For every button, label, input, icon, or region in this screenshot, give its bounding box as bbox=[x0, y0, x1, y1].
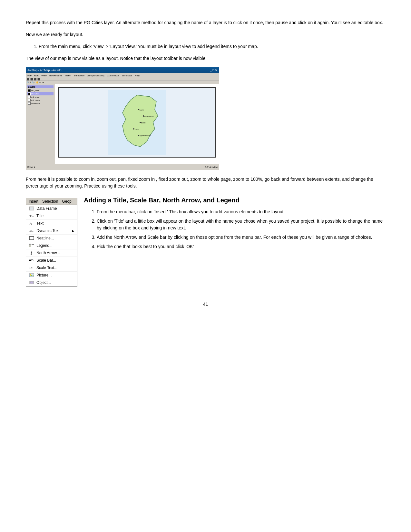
dynamic-text-label: Dynamic Text bbox=[36, 228, 60, 233]
header-tab-selection[interactable]: Selection bbox=[42, 199, 58, 204]
north-arrow-icon: N bbox=[29, 251, 34, 255]
object-label: Object... bbox=[36, 280, 51, 285]
dynamic-text-icon: Abc bbox=[29, 228, 34, 233]
svg-text:Upper Marlboro: Upper Marlboro bbox=[140, 135, 151, 137]
neatline-label: Neatline... bbox=[36, 236, 54, 240]
insert-data-frame[interactable]: Data Frame bbox=[26, 205, 77, 212]
text-label: Text bbox=[36, 221, 44, 226]
layout-step-1: From the main menu, click 'View' > 'Layo… bbox=[39, 43, 385, 50]
scale-text-icon: 1:n bbox=[29, 266, 34, 270]
insert-neatline[interactable]: Neatline... bbox=[26, 235, 77, 242]
insert-picture[interactable]: Picture... bbox=[26, 272, 77, 279]
layout-steps-list: From the main menu, click 'View' > 'Layo… bbox=[39, 43, 385, 50]
svg-text:Bowie: Bowie bbox=[141, 122, 146, 124]
layer-pg-cities: PG Cities bbox=[27, 92, 54, 95]
insert-text[interactable]: A Text bbox=[26, 220, 77, 227]
insert-step-4: Pick the one that looks best to you and … bbox=[97, 243, 385, 250]
submenu-arrow-icon: ▶ bbox=[72, 229, 74, 233]
insert-north-arrow[interactable]: N North Arrow... bbox=[26, 249, 77, 257]
svg-point-6 bbox=[140, 122, 141, 123]
legend-label: Legend... bbox=[36, 243, 53, 248]
insert-menu-panel: Insert Selection Geop Data Frame bbox=[26, 198, 77, 287]
insert-dynamic-text[interactable]: Abc Dynamic Text ▶ bbox=[26, 227, 77, 235]
insert-scale-bar[interactable]: Scale Bar... bbox=[26, 257, 77, 264]
svg-rect-21 bbox=[29, 246, 31, 247]
svg-text:Largo: Largo bbox=[135, 128, 139, 130]
insert-steps-list: From the menu bar, click on 'Insert.' Th… bbox=[97, 208, 385, 250]
object-icon bbox=[29, 280, 34, 285]
svg-point-8 bbox=[133, 128, 134, 130]
svg-text:Abc: Abc bbox=[29, 230, 34, 233]
arcmap-menu: File Edit View Bookmarks Insert Selectio… bbox=[26, 73, 219, 78]
page-number: 41 bbox=[26, 302, 385, 307]
svg-text:itle: itle bbox=[32, 215, 34, 218]
layer-subhvhuc: subHvHuc bbox=[27, 102, 54, 105]
header-tab-geop[interactable]: Geop bbox=[62, 199, 71, 204]
svg-text:N: N bbox=[31, 253, 32, 255]
svg-rect-13 bbox=[30, 208, 33, 209]
svg-rect-27 bbox=[31, 260, 33, 261]
insert-menu-header: Insert Selection Geop bbox=[26, 198, 77, 205]
north-arrow-label: North Arrow... bbox=[36, 251, 60, 255]
arcmap-toc: Layers PG_table... PG Cities md_urban bbox=[26, 84, 55, 164]
insert-step-2: Click on 'Title' and a little box will a… bbox=[97, 218, 385, 231]
svg-text:Laurel: Laurel bbox=[140, 109, 144, 111]
svg-rect-19 bbox=[29, 244, 31, 245]
svg-rect-18 bbox=[29, 237, 34, 240]
right-column: Adding a Title, Scale Bar, North Arrow, … bbox=[84, 195, 385, 292]
header-tab-insert[interactable]: Insert bbox=[29, 199, 38, 204]
svg-text:1:n: 1:n bbox=[29, 266, 33, 269]
scale-bar-icon bbox=[29, 258, 34, 263]
arcmap-title: ArcMap - ArcMap - ArcInfo bbox=[27, 69, 62, 72]
scale-bar-label: Scale Bar... bbox=[36, 258, 56, 263]
svg-point-2 bbox=[138, 109, 139, 110]
svg-text:A: A bbox=[29, 221, 32, 225]
arcmap-canvas: Laurel College Park Bowie Largo Upper Ma… bbox=[55, 84, 219, 164]
insert-step-3: Add the North Arrow and Scale bar by cli… bbox=[97, 234, 385, 241]
intro-paragraph-2: Now we are ready for layout. bbox=[26, 31, 385, 38]
insert-legend[interactable]: Legend... bbox=[26, 242, 77, 249]
insert-step-1: From the menu bar, click on 'Insert.' Th… bbox=[97, 208, 385, 215]
svg-text:College Park: College Park bbox=[144, 115, 154, 117]
layer-pg-table: PG_table... bbox=[27, 89, 54, 92]
page-content: Repeat this process with the PG Cities l… bbox=[26, 19, 385, 307]
legend-icon bbox=[29, 243, 34, 248]
arcmap-screenshot: ArcMap - ArcMap - ArcInfo _ □ ✕ File Edi… bbox=[26, 67, 219, 170]
arcmap-toolbar: ⬛⬛⬛⬛ 🔍+ 🔍- ✋ ↩ ↪ bbox=[26, 78, 219, 84]
section-heading: Adding a Title, Scale Bar, North Arrow, … bbox=[84, 197, 385, 204]
insert-scale-text[interactable]: 1:n Scale Text... bbox=[26, 264, 77, 272]
data-frame-label: Data Frame bbox=[36, 206, 57, 211]
svg-text:T: T bbox=[29, 214, 32, 218]
intro-paragraph-1: Repeat this process with the PG Cities l… bbox=[26, 19, 385, 26]
layers-title: Layers bbox=[27, 85, 54, 88]
layer-md-urban: md_urban bbox=[27, 95, 54, 99]
neatline-icon bbox=[29, 236, 34, 240]
map-frame: Laurel College Park Bowie Largo Upper Ma… bbox=[58, 87, 216, 158]
svg-rect-34 bbox=[30, 282, 33, 283]
map-shape-svg: Laurel College Park Bowie Largo Upper Ma… bbox=[108, 90, 166, 155]
arcmap-statusbar: Draw ▼ 0.0° ArcView bbox=[26, 164, 219, 170]
arcmap-titlebar: ArcMap - ArcMap - ArcInfo _ □ ✕ bbox=[26, 67, 219, 73]
picture-label: Picture... bbox=[36, 273, 52, 277]
screenshot-intro: The view of our map is now visible as a … bbox=[26, 55, 385, 62]
layer-md-rivers: md_rivers bbox=[27, 99, 54, 102]
picture-icon bbox=[29, 273, 34, 277]
zoom-description: From here it is possible to zoom in, zoo… bbox=[26, 176, 385, 189]
insert-object[interactable]: Object... bbox=[26, 279, 77, 286]
arcmap-main: Layers PG_table... PG Cities md_urban bbox=[26, 84, 219, 164]
scale-text-label: Scale Text... bbox=[36, 266, 57, 270]
text-icon: A bbox=[29, 221, 34, 226]
two-column-section: Insert Selection Geop Data Frame bbox=[26, 195, 385, 292]
insert-menu-column: Insert Selection Geop Data Frame bbox=[26, 195, 77, 292]
insert-title[interactable]: T itle Title bbox=[26, 212, 77, 220]
svg-rect-26 bbox=[29, 260, 31, 261]
title-icon: T itle bbox=[29, 214, 34, 218]
svg-point-10 bbox=[138, 135, 139, 136]
svg-point-4 bbox=[143, 115, 144, 117]
frame-icon bbox=[29, 206, 34, 211]
title-label: Title bbox=[36, 214, 44, 218]
